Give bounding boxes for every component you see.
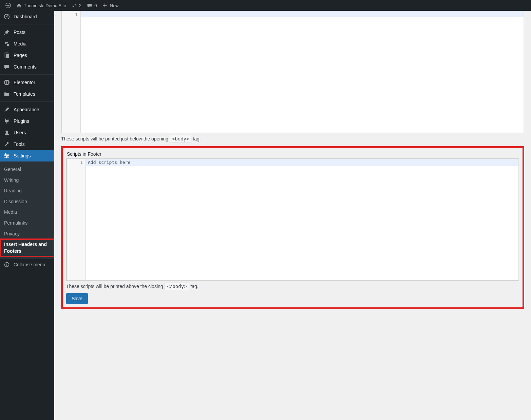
updates-count: 2 <box>79 3 81 8</box>
comment-icon <box>87 3 92 8</box>
site-link[interactable]: ThemeIsle Demo Site <box>14 0 69 11</box>
comments-link[interactable]: 0 <box>84 0 99 11</box>
updates-link[interactable]: 2 <box>69 0 84 11</box>
new-label: New <box>110 3 118 8</box>
comments-count: 0 <box>94 3 97 8</box>
new-link[interactable]: New <box>99 0 121 11</box>
admin-bar: ThemeIsle Demo Site 2 0 New <box>0 0 531 11</box>
site-title: ThemeIsle Demo Site <box>24 3 66 8</box>
home-icon <box>16 3 22 8</box>
wp-logo[interactable] <box>3 0 14 11</box>
plus-icon <box>102 3 108 8</box>
wordpress-icon <box>5 3 11 8</box>
updates-icon <box>72 3 77 8</box>
